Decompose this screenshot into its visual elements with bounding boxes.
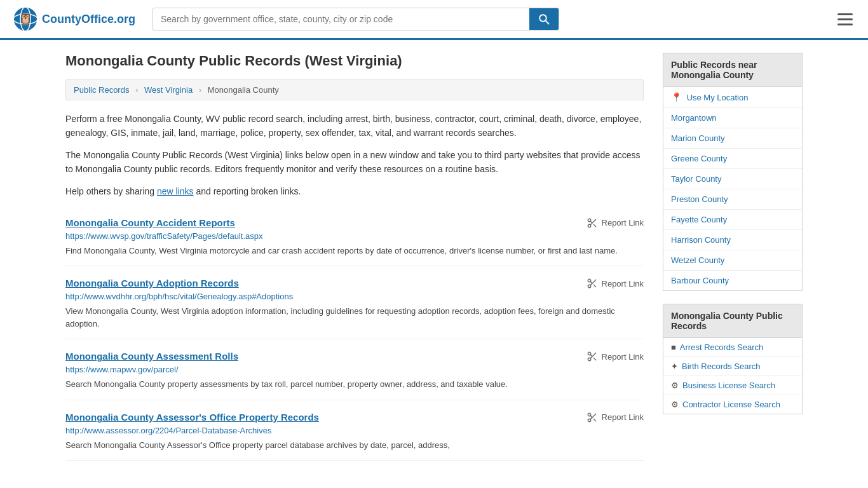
rec-link-3[interactable]: Contractor License Search [682, 400, 780, 409]
search-container [153, 8, 559, 30]
location-icon: 📍 [671, 92, 682, 102]
svg-point-18 [588, 358, 591, 362]
nearby-link-4[interactable]: Preston County [671, 194, 728, 204]
record-item: Monongalia County Adoption Records Repor… [65, 266, 644, 339]
rec-icon-0: ■ [671, 342, 676, 352]
logo-name: CountyOffice [42, 13, 114, 25]
svg-text:🦉: 🦉 [18, 12, 33, 26]
nearby-link-6[interactable]: Harrison County [671, 235, 731, 245]
rec-icon-3: ⚙ [671, 400, 679, 409]
logo-text: CountyOffice.org [42, 13, 135, 26]
sidebar-nearby-section: 📍 Use My Location MorgantownMarion Count… [663, 87, 803, 291]
breadcrumb-sep-2: › [199, 85, 201, 95]
report-link-1[interactable]: Report Link [587, 278, 644, 289]
sidebar-nearby-5[interactable]: Fayette County [663, 210, 802, 230]
record-url-1[interactable]: http://www.wvdhhr.org/bph/hsc/vital/Gene… [65, 292, 644, 301]
svg-line-20 [593, 358, 595, 360]
breadcrumb-west-virginia[interactable]: West Virginia [144, 85, 193, 95]
record-title-1[interactable]: Monongalia County Adoption Records [65, 278, 239, 288]
breadcrumb-current: Monongalia County [208, 85, 279, 95]
menu-bar-2 [837, 18, 853, 20]
record-desc-3: Search Monongalia County Assessor's Offi… [65, 439, 644, 452]
report-link-2[interactable]: Report Link [587, 351, 644, 362]
sidebar-use-location[interactable]: 📍 Use My Location [663, 87, 802, 108]
sidebar-rec-3[interactable]: ⚙ Contractor License Search [663, 395, 802, 414]
svg-line-21 [590, 355, 592, 357]
rec-link-2[interactable]: Business License Search [682, 381, 775, 390]
svg-point-12 [588, 280, 591, 283]
report-link-0[interactable]: Report Link [587, 217, 644, 229]
nearby-link-8[interactable]: Barbour County [671, 276, 729, 285]
record-url-2[interactable]: https://www.mapwv.gov/parcel/ [65, 365, 644, 374]
record-desc-1: View Monongalia County, West Virginia ad… [65, 305, 644, 330]
record-url-0[interactable]: https://www.wvsp.gov/trafficSafety/Pages… [65, 231, 644, 241]
use-my-location-link[interactable]: Use My Location [687, 93, 749, 102]
sidebar: Public Records near Monongalia County 📍 … [663, 53, 803, 461]
sidebar-nearby-0[interactable]: Morgantown [663, 108, 802, 128]
page-title: Monongalia County Public Records (West V… [65, 53, 644, 69]
desc3-prefix: Help others by sharing [65, 186, 157, 196]
breadcrumb-sep-1: › [135, 85, 138, 95]
svg-line-16 [590, 282, 592, 284]
record-title-0[interactable]: Monongalia County Accident Reports [65, 217, 235, 228]
sidebar-nearby-8[interactable]: Barbour County [663, 271, 802, 290]
menu-bar-1 [837, 13, 853, 15]
sidebar-records-section: ■ Arrest Records Search ✦ Birth Records … [663, 338, 803, 414]
sidebar-nearby-1[interactable]: Marion County [663, 128, 802, 149]
record-url-3[interactable]: http://www.assessor.org/2204/Parcel-Data… [65, 426, 644, 435]
menu-bar-3 [837, 24, 853, 25]
record-item: Monongalia County Assessment Rolls Repor… [65, 339, 644, 400]
logo-icon: 🦉 [13, 6, 38, 32]
record-item: Monongalia County Accident Reports Repor… [65, 206, 644, 267]
report-link-3[interactable]: Report Link [587, 412, 644, 423]
svg-line-6 [546, 21, 549, 24]
scissors-icon [587, 412, 598, 423]
sidebar-nearby-2[interactable]: Greene County [663, 149, 802, 169]
sidebar-nearby-places: MorgantownMarion CountyGreene CountyTayl… [663, 108, 802, 290]
nearby-link-5[interactable]: Fayette County [671, 215, 727, 224]
record-title-2[interactable]: Monongalia County Assessment Rolls [65, 351, 238, 362]
sidebar-nearby-7[interactable]: Wetzel County [663, 250, 802, 271]
rec-link-1[interactable]: Birth Records Search [682, 362, 761, 371]
svg-point-8 [588, 224, 591, 227]
rec-icon-1: ✦ [671, 362, 678, 371]
svg-line-25 [593, 419, 595, 421]
search-icon [538, 13, 550, 25]
records-list: Monongalia County Accident Reports Repor… [65, 206, 644, 461]
svg-line-26 [590, 416, 592, 417]
nearby-link-7[interactable]: Wetzel County [671, 255, 724, 265]
sidebar-nearby-title: Public Records near Monongalia County [663, 53, 803, 87]
svg-line-15 [593, 285, 595, 287]
menu-button[interactable] [835, 11, 855, 28]
sidebar-rec-0[interactable]: ■ Arrest Records Search [663, 338, 802, 357]
rec-link-0[interactable]: Arrest Records Search [680, 342, 764, 352]
logo-org: .org [114, 13, 135, 25]
svg-point-17 [588, 353, 591, 356]
nearby-link-0[interactable]: Morgantown [671, 113, 717, 123]
sidebar-nearby-6[interactable]: Harrison County [663, 230, 802, 250]
record-desc-0: Find Monongalia County, West Virginia mo… [65, 245, 644, 257]
description-1: Perform a free Monongalia County, WV pub… [65, 112, 644, 140]
sidebar-nearby-3[interactable]: Taylor County [663, 169, 802, 189]
breadcrumb-public-records[interactable]: Public Records [74, 85, 129, 95]
logo: 🦉 CountyOffice.org [13, 6, 140, 32]
nearby-link-1[interactable]: Marion County [671, 133, 725, 143]
description-2: The Monongalia County Public Records (We… [65, 148, 644, 177]
desc3-suffix: and reporting broken links. [194, 186, 301, 196]
nearby-link-2[interactable]: Greene County [671, 154, 727, 163]
svg-point-22 [588, 413, 591, 416]
svg-point-13 [588, 285, 591, 288]
description-3: Help others by sharing new links and rep… [65, 184, 644, 198]
breadcrumb: Public Records › West Virginia › Mononga… [65, 79, 644, 100]
nearby-link-3[interactable]: Taylor County [671, 174, 721, 184]
search-button[interactable] [529, 8, 559, 30]
scissors-icon [587, 217, 598, 229]
sidebar-nearby-4[interactable]: Preston County [663, 189, 802, 210]
search-input[interactable] [153, 9, 529, 29]
svg-line-10 [593, 224, 595, 227]
new-links-link[interactable]: new links [157, 186, 194, 196]
record-desc-2: Search Monongalia County property assess… [65, 378, 644, 391]
record-title-3[interactable]: Monongalia County Assessor's Office Prop… [65, 412, 319, 423]
sidebar-rec-1[interactable]: ✦ Birth Records Search [663, 357, 802, 376]
sidebar-rec-2[interactable]: ⚙ Business License Search [663, 376, 802, 395]
